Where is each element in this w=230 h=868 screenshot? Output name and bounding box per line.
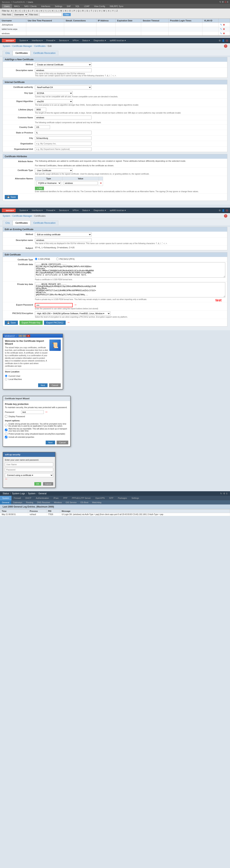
tab-cas-2[interactable]: CAs <box>3 220 13 225</box>
country-input[interactable] <box>35 125 50 129</box>
status-nav-firewall[interactable]: Firewall <box>11 496 23 500</box>
power-icon[interactable]: ⏻ <box>225 1 227 3</box>
delete-icon-2[interactable]: ✖ <box>223 32 225 35</box>
minimize-button[interactable]: ─ <box>18 335 22 337</box>
status-nav-auth[interactable]: Authentication <box>34 496 51 500</box>
filter-letter-z[interactable]: Z <box>116 10 118 12</box>
settings-icon-2[interactable]: ⚙ <box>219 209 221 212</box>
edit-icon-2[interactable]: ✎ <box>220 32 222 35</box>
settings-icon-status[interactable]: ⚙ <box>223 492 225 495</box>
nav-status[interactable]: Status ▾ <box>80 38 92 42</box>
filter-field-select[interactable]: Username <box>13 13 28 17</box>
system-logs-link[interactable]: System Logs <box>12 492 25 495</box>
info-icon-status[interactable]: ℹ <box>226 492 227 495</box>
filter-letter-t[interactable]: T <box>91 10 92 12</box>
filter-letter-h[interactable]: H <box>41 10 42 12</box>
help-button-2[interactable]: ? <box>224 214 227 218</box>
status-nav-dhcp[interactable]: DHCP <box>23 496 34 500</box>
filter-letter-n[interactable]: N <box>65 10 67 12</box>
x509-radio[interactable] <box>35 258 37 260</box>
help-button[interactable]: ? <box>224 44 227 48</box>
nav-hostname[interactable]: iq4880.local.lan ▾ <box>108 38 128 42</box>
nav-eaf[interactable]: EAF <box>65 4 73 8</box>
key-type-select[interactable]: ECDSA <box>35 91 73 95</box>
cert-select[interactable]: Connect using a certificate ▾ <box>5 473 53 477</box>
nav-interfaces[interactable]: Interfaces <box>39 4 52 8</box>
filter-letter-l[interactable]: L <box>56 10 58 12</box>
alt-value-input[interactable] <box>64 181 98 185</box>
refresh-icon[interactable]: ↻ <box>220 1 221 3</box>
breadcrumb-certs[interactable]: Certificates <box>34 45 45 48</box>
status-nav-ipsec[interactable]: IPsec <box>51 496 61 500</box>
nav-settings[interactable]: Settings <box>52 4 65 8</box>
nav-users[interactable]: Users <box>2 4 12 8</box>
settings-icon[interactable]: ⚙ <box>219 39 221 42</box>
wizard-cancel-button[interactable]: Cancel <box>49 383 61 387</box>
subnav-general[interactable]: General <box>0 500 11 504</box>
subnav-wireless[interactable]: Wireless <box>52 500 64 504</box>
tab-certificates[interactable]: Certificates <box>13 51 31 56</box>
option-1-checkbox[interactable] <box>5 424 7 426</box>
status-nav-ntp[interactable]: NTP <box>107 496 116 500</box>
settings-icon[interactable]: ⚙ <box>222 1 224 3</box>
common-name-input[interactable] <box>35 116 91 119</box>
close-button[interactable]: ✕ <box>27 335 30 337</box>
pkcs12-radio[interactable] <box>56 258 59 260</box>
nav-diagnostics[interactable]: Diagnostics ▾ <box>92 38 108 42</box>
state-input[interactable] <box>35 131 91 134</box>
subnav-dns-resolver[interactable]: DNS Resolver <box>35 500 52 504</box>
filter-letter-o[interactable]: O <box>69 10 71 12</box>
filter-letter-e[interactable]: E <box>28 10 29 12</box>
status-link[interactable]: Status <box>3 492 9 495</box>
nav-system[interactable]: System ▾ <box>17 38 30 42</box>
nav-system-2[interactable]: System ▾ <box>17 208 30 212</box>
login-ok-button[interactable]: OK <box>34 482 41 486</box>
nav-nas-clients[interactable]: NAS / Clients <box>22 4 39 8</box>
pkcs12-enc-select[interactable]: High: AES-256 + SHA256 (pfSense Software… <box>35 311 110 315</box>
nav-xmlrpc[interactable]: XMLRPC Sync <box>107 4 126 8</box>
option-2-checkbox[interactable] <box>5 429 7 431</box>
export-password-input[interactable] <box>35 303 73 307</box>
breadcrumb-system-2[interactable]: System <box>3 215 10 217</box>
filter-letter-w[interactable]: W <box>103 10 105 12</box>
power-icon-2[interactable]: ⏻ <box>226 209 228 212</box>
edit-method-select[interactable]: Edit an existing certificate <box>35 232 91 237</box>
refresh-icon-status[interactable]: ↻ <box>220 492 222 495</box>
login-cancel-button[interactable]: Cancel <box>43 482 53 486</box>
nav-firewall-2[interactable]: Firewall ▾ <box>44 208 57 212</box>
nav-interfaces-2[interactable]: Interfaces ▾ <box>30 208 44 212</box>
status-nav-settings[interactable]: Settings <box>129 496 141 500</box>
subnav-gls-service[interactable]: GlS Service <box>64 500 78 504</box>
filter-letter-d[interactable]: D <box>24 10 25 12</box>
tab-cas[interactable]: CAs <box>3 51 13 56</box>
nav-firewall[interactable]: Firewall ▾ <box>44 38 57 42</box>
import-cancel-button[interactable]: Cancel <box>56 441 68 444</box>
nav-status-2[interactable]: Status ▾ <box>80 208 92 212</box>
filter-button[interactable]: Filter <box>63 13 71 16</box>
status-nav-ppp[interactable]: PPP <box>61 496 70 500</box>
status-nav-openvpn[interactable]: OpenVPN <box>93 496 107 500</box>
nav-macs[interactable]: MACs <box>12 4 22 8</box>
tab-revocation-2[interactable]: Certificate Revocation <box>31 220 58 225</box>
nav-sql[interactable]: SQL <box>73 4 82 8</box>
lifetime-input[interactable] <box>35 108 46 112</box>
digest-select[interactable]: sha256 <box>35 99 73 103</box>
subnav-os-boot[interactable]: OS-Boot <box>78 500 90 504</box>
private-key-textarea[interactable]: -----BEGIN PRIVATE KEY----- PC04hgK9nMbg… <box>35 282 225 298</box>
nav-services[interactable]: Services ▾ <box>57 38 71 42</box>
filter-letter-u[interactable]: U <box>95 10 96 12</box>
subnav-routing[interactable]: Routing <box>24 500 35 504</box>
nav-view-config[interactable]: View Config <box>92 4 107 8</box>
system-link[interactable]: System <box>28 492 35 495</box>
show-pwd-checkbox[interactable] <box>5 415 7 417</box>
filter-letter-b[interactable]: B <box>15 10 16 12</box>
export-pfx-button[interactable]: Export PKCS#12 <box>44 321 66 325</box>
add-alt-name-button[interactable]: + Add <box>35 187 44 190</box>
maximize-button[interactable]: □ <box>23 335 26 337</box>
filter-letter-q[interactable]: Q <box>78 10 79 12</box>
login-password-input[interactable] <box>5 468 53 472</box>
city-input[interactable] <box>35 136 91 140</box>
local-machine-radio[interactable] <box>5 378 7 380</box>
status-nav-system[interactable]: System <box>0 496 11 500</box>
filter-letter-p[interactable]: P <box>74 10 75 12</box>
